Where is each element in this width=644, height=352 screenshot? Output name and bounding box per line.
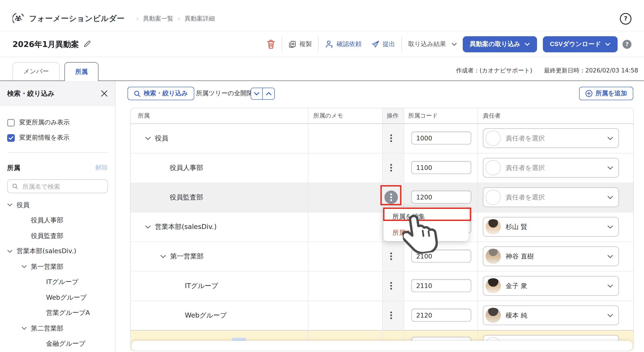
- author-label: 作成者：(カオナビサポート): [456, 67, 532, 75]
- copy-icon: [288, 40, 296, 48]
- manager-select[interactable]: 榎本 純: [483, 306, 619, 325]
- checkbox-unchecked[interactable]: [7, 119, 15, 126]
- tree-item[interactable]: ITグループ: [0, 274, 115, 290]
- manager-select[interactable]: 責任者を選択: [483, 187, 619, 207]
- search-filter-button[interactable]: 検索・絞り込み: [128, 87, 194, 100]
- chevron-down-icon: [254, 91, 260, 95]
- tab-affiliation[interactable]: 所属: [64, 62, 98, 81]
- help-icon[interactable]: ?: [622, 39, 632, 48]
- chevron-down-icon[interactable]: [145, 136, 151, 140]
- chevron-down-icon: [607, 254, 613, 258]
- chevron-down-icon: [607, 313, 613, 317]
- manager-select[interactable]: 責任者を選択: [483, 128, 619, 148]
- affiliation-code-input[interactable]: [411, 279, 471, 292]
- table-row: ITグループ 金子 衆: [131, 271, 633, 301]
- app-window: フォーメーションビルダー › 異動案一覧 › 異動案詳細 ? 2026年1月異動…: [0, 0, 644, 352]
- checkbox-checked[interactable]: [7, 134, 15, 142]
- search-filter-sidebar: 検索・絞り込み 変更所属のみ表示 変更前情報を表示 所属 解除: [0, 81, 116, 352]
- csv-download-button[interactable]: CSVダウンロード: [543, 36, 618, 52]
- clear-filter-link[interactable]: 解除: [95, 164, 108, 172]
- tree-item[interactable]: 役員監査部: [0, 228, 115, 244]
- col-header-code: 所属コード: [408, 108, 438, 123]
- affiliation-search-box[interactable]: [7, 179, 108, 193]
- chevron-down-icon[interactable]: [145, 225, 151, 229]
- sidebar-header: 検索・絞り込み: [0, 81, 115, 106]
- chevron-down-icon: [22, 327, 27, 330]
- table-row: 役員 責任者を選択: [131, 123, 633, 153]
- table-row-active: 役員監査部 責任者を選択: [131, 182, 633, 212]
- tree-item[interactable]: 第一営業部: [0, 259, 115, 274]
- affiliation-code-input[interactable]: [411, 191, 471, 204]
- person-request-icon: [325, 40, 334, 48]
- collapse-all-button[interactable]: [263, 88, 274, 99]
- duplicate-button[interactable]: 複製: [288, 40, 312, 48]
- toolbar: 複製 確認依頼 提出 取り込み結果 異動案の取り込み CSVダウンロード: [267, 36, 632, 52]
- divider: [282, 37, 282, 51]
- import-plan-button[interactable]: 異動案の取り込み: [462, 36, 537, 52]
- tabs-row: メンバー 所属 作成者：(カオナビサポート) 最終更新日時：2026/02/03…: [0, 57, 644, 81]
- row-actions-kebab[interactable]: [384, 279, 398, 293]
- manager-select[interactable]: 神谷 直樹: [483, 246, 619, 266]
- manager-select[interactable]: 責任者を選択: [483, 158, 619, 178]
- tree-item[interactable]: Webグループ: [0, 290, 115, 305]
- formation-builder-logo-icon: [12, 12, 24, 24]
- chevron-down-icon: [605, 42, 610, 46]
- avatar: [486, 249, 501, 264]
- app-title: フォーメーションビルダー: [29, 13, 125, 24]
- tree-item[interactable]: 第二営業部: [0, 321, 115, 336]
- bottom-overlay-bar: [132, 341, 632, 351]
- tree-item[interactable]: 役員: [0, 197, 115, 213]
- chevron-down-icon: [22, 265, 27, 269]
- tab-member[interactable]: メンバー: [12, 62, 60, 80]
- edit-title-pencil-icon[interactable]: [84, 40, 91, 48]
- row-actions-kebab[interactable]: [384, 250, 398, 263]
- search-icon: [134, 90, 140, 97]
- table-header-row: 所属 所属のメモ 操作 所属コード 責任者: [131, 108, 633, 124]
- checkbox-show-changed-only[interactable]: 変更所属のみ表示: [7, 115, 108, 130]
- sidebar-title: 検索・絞り込み: [7, 89, 54, 98]
- row-actions-kebab-active[interactable]: [384, 191, 398, 204]
- affiliation-section-label: 所属: [7, 163, 20, 172]
- affiliation-code-input[interactable]: [411, 131, 471, 144]
- table-row: 第一営業部 神谷 直樹: [131, 242, 633, 272]
- confirm-request-button[interactable]: 確認依頼: [325, 40, 362, 48]
- divider: [402, 37, 402, 51]
- paper-plane-icon: [372, 40, 380, 48]
- affiliation-code-input[interactable]: [411, 161, 471, 174]
- search-icon: [12, 183, 18, 190]
- import-result-button[interactable]: 取り込み結果: [408, 40, 457, 48]
- tree-item[interactable]: 営業本部(salesDiv.): [0, 244, 115, 259]
- tree-item[interactable]: 役員人事部: [0, 213, 115, 228]
- trash-icon: [267, 39, 275, 49]
- affiliation-search-input[interactable]: [22, 182, 103, 190]
- table-row: Webグループ 榎本 純: [131, 301, 633, 331]
- submit-button[interactable]: 提出: [372, 40, 395, 48]
- affiliation-code-input[interactable]: [411, 309, 471, 322]
- chevron-up-icon: [266, 91, 272, 95]
- manager-select[interactable]: 金子 衆: [483, 276, 619, 296]
- col-header-manager: 責任者: [483, 108, 500, 123]
- manager-select[interactable]: 杉山 賢: [483, 217, 619, 237]
- close-icon[interactable]: [101, 90, 108, 97]
- delete-button[interactable]: [267, 39, 275, 49]
- main-content: 検索・絞り込み 所属ツリーの全開閉 所属を追加 所属 所属のメモ 操作 所属コー…: [116, 81, 644, 352]
- row-actions-kebab[interactable]: [384, 161, 398, 174]
- add-affiliation-button[interactable]: 所属を追加: [579, 87, 633, 100]
- breadcrumb-plan-list[interactable]: 異動案一覧: [143, 14, 174, 22]
- tree-item[interactable]: 営業グループA: [0, 305, 115, 321]
- tree-expand-collapse-control: [250, 87, 275, 99]
- chevron-down-icon: [607, 166, 613, 170]
- avatar: [486, 219, 501, 234]
- chevron-down-icon[interactable]: [160, 254, 166, 258]
- row-actions-kebab[interactable]: [384, 131, 398, 145]
- tree-item[interactable]: 金融グループ: [0, 336, 115, 352]
- tree-toggle-label: 所属ツリーの全開閉: [196, 87, 253, 100]
- breadcrumb: › 異動案一覧 › 異動案詳細: [132, 14, 215, 22]
- checkbox-show-before-change[interactable]: 変更前情報を表示: [7, 130, 108, 145]
- help-icon[interactable]: ?: [620, 13, 632, 24]
- updated-label: 最終更新日時：2026/02/03 14:58: [544, 67, 638, 75]
- avatar-placeholder: [486, 131, 501, 146]
- row-actions-kebab[interactable]: [384, 309, 398, 322]
- expand-all-button[interactable]: [251, 88, 263, 99]
- col-header-operation: 操作: [387, 108, 398, 123]
